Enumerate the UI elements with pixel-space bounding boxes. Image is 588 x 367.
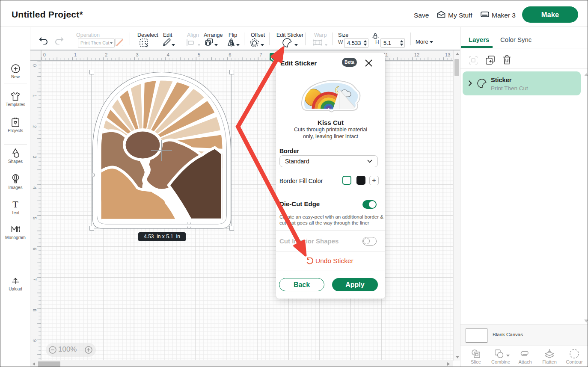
svg-text:T: T	[12, 200, 18, 209]
